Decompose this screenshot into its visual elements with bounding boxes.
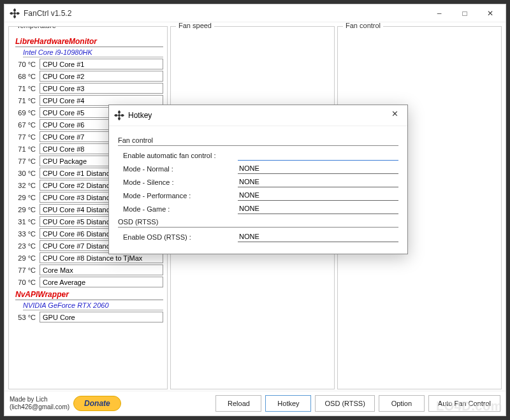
temperature-name-input[interactable]: Core Max xyxy=(40,264,163,275)
temperature-name-input[interactable]: CPU Core #3 xyxy=(40,83,163,94)
titlebar: FanCtrl v1.5.2 – □ ✕ xyxy=(4,4,506,22)
temperature-row: 68 °CCPU Core #2 xyxy=(13,71,163,82)
hotkey-label: Mode - Silence : xyxy=(123,178,238,186)
dialog-close-button[interactable]: ✕ xyxy=(386,109,404,122)
donate-button[interactable]: Donate xyxy=(73,396,121,411)
temperature-value: 70 °C xyxy=(13,279,37,286)
maximize-button[interactable]: □ xyxy=(452,5,477,22)
hotkey-input[interactable] xyxy=(238,150,398,161)
minimize-button[interactable]: – xyxy=(426,5,452,22)
hotkey-row: Mode - Game : xyxy=(123,203,398,214)
dialog-app-icon xyxy=(114,110,124,120)
hotkey-label: Enable OSD (RTSS) : xyxy=(123,233,238,241)
hotkey-input[interactable] xyxy=(238,177,398,187)
sensor-group-header: LibreHardwareMonitor xyxy=(15,37,163,47)
temperature-value: 70 °C xyxy=(13,61,37,68)
auto-fan-control-button[interactable]: Auto Fan Control xyxy=(428,395,500,412)
temperature-row: 70 °CCore Average xyxy=(13,277,163,287)
temperature-value: 23 °C xyxy=(13,242,37,250)
close-button[interactable]: ✕ xyxy=(477,5,503,22)
temperature-value: 30 °C xyxy=(13,170,37,177)
temperature-value: 67 °C xyxy=(13,121,37,129)
temperature-value: 29 °C xyxy=(13,194,37,201)
temperature-value: 77 °C xyxy=(13,157,37,165)
hotkey-input[interactable] xyxy=(238,203,398,214)
hotkey-label: Enable automatic fan control : xyxy=(123,152,238,159)
credit-line-2: (lich426@gmail.com) xyxy=(10,403,69,411)
credit-line-1: Made by Lich xyxy=(10,396,69,403)
window-title: FanCtrl v1.5.2 xyxy=(24,9,426,18)
footer: Made by Lich (lich426@gmail.com) Donate … xyxy=(4,391,506,416)
temperature-name-input[interactable]: GPU Core xyxy=(40,312,163,322)
temperature-value: 53 °C xyxy=(13,314,37,321)
hotkey-label: Mode - Game : xyxy=(123,205,238,213)
hotkey-row: Enable automatic fan control : xyxy=(123,150,398,161)
hotkey-dialog: Hotkey ✕ Fan control Enable automatic fa… xyxy=(108,105,408,254)
fan-control-legend: Fan control xyxy=(343,22,383,29)
dialog-section-fan-control: Fan control xyxy=(118,136,398,146)
app-icon xyxy=(10,8,20,18)
temperature-row: 53 °CGPU Core xyxy=(13,312,163,322)
temperature-value: 71 °C xyxy=(13,97,37,105)
temperature-value: 71 °C xyxy=(13,145,37,153)
temperature-value: 33 °C xyxy=(13,230,37,238)
temperature-legend: Temperature xyxy=(14,26,59,29)
hotkey-input[interactable] xyxy=(238,163,398,174)
hotkey-row: Enable OSD (RTSS) : xyxy=(123,231,398,242)
dialog-section-osd: OSD (RTSS) xyxy=(118,218,398,228)
dialog-titlebar: Hotkey ✕ xyxy=(109,105,407,126)
sensor-device-header: Intel Core i9-10980HK xyxy=(23,48,163,57)
hotkey-row: Mode - Performance : xyxy=(123,190,398,201)
temperature-row: 77 °CCore Max xyxy=(13,264,163,275)
sensor-group-header: NvAPIWrapper xyxy=(15,290,163,300)
temperature-name-input[interactable]: CPU Core #1 xyxy=(40,59,163,69)
fan-speed-legend: Fan speed xyxy=(176,22,214,29)
hotkey-row: Mode - Silence : xyxy=(123,177,398,187)
temperature-value: 77 °C xyxy=(13,266,37,274)
option-button[interactable]: Option xyxy=(379,395,425,412)
osd-button[interactable]: OSD (RTSS) xyxy=(315,395,374,412)
dialog-title: Hotkey xyxy=(128,111,386,120)
reload-button[interactable]: Reload xyxy=(215,395,261,412)
window-controls: – □ ✕ xyxy=(426,5,503,22)
hotkey-label: Mode - Normal : xyxy=(123,165,238,173)
dialog-body: Fan control Enable automatic fan control… xyxy=(109,126,407,254)
temperature-value: 31 °C xyxy=(13,218,37,226)
temperature-name-input[interactable]: Core Average xyxy=(40,277,163,287)
temperature-value: 68 °C xyxy=(13,73,37,80)
temperature-value: 32 °C xyxy=(13,182,37,189)
svg-point-1 xyxy=(118,114,120,117)
hotkey-row: Mode - Normal : xyxy=(123,163,398,174)
temperature-value: 29 °C xyxy=(13,254,37,262)
temperature-value: 71 °C xyxy=(13,85,37,92)
credits: Made by Lich (lich426@gmail.com) xyxy=(10,396,69,411)
temperature-name-input[interactable]: CPU Core #2 xyxy=(40,71,163,82)
svg-point-0 xyxy=(13,12,16,15)
hotkey-input[interactable] xyxy=(238,231,398,242)
hotkey-button[interactable]: Hotkey xyxy=(265,395,311,412)
temperature-value: 69 °C xyxy=(13,109,37,117)
temperature-row: 71 °CCPU Core #3 xyxy=(13,83,163,94)
sensor-device-header: NVIDIA GeForce RTX 2060 xyxy=(23,301,163,310)
temperature-row: 70 °CCPU Core #1 xyxy=(13,59,163,69)
temperature-value: 77 °C xyxy=(13,133,37,141)
hotkey-label: Mode - Performance : xyxy=(123,192,238,199)
temperature-value: 29 °C xyxy=(13,206,37,214)
hotkey-input[interactable] xyxy=(238,190,398,201)
